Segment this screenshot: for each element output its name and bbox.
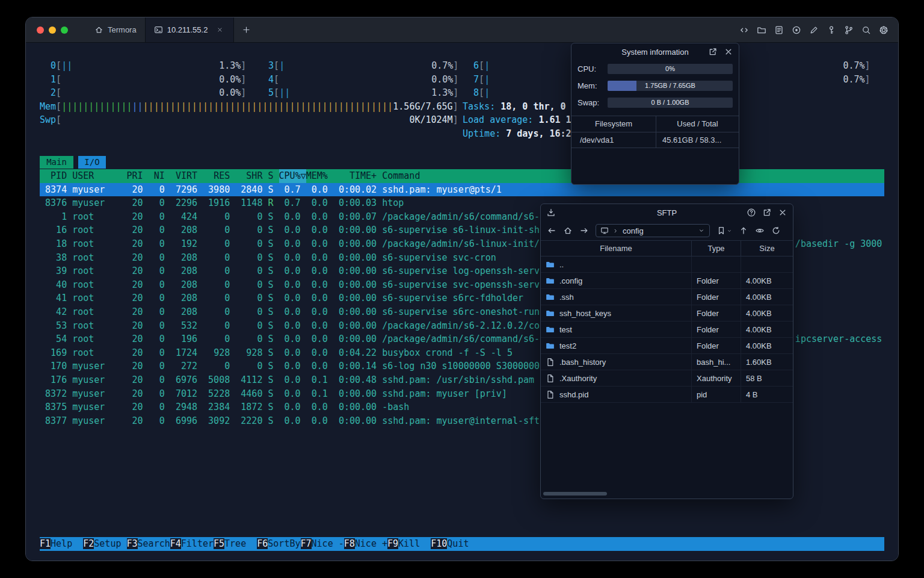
column-header-time[interactable]: TIME+ xyxy=(333,169,377,183)
file-type: bash_hi... xyxy=(692,354,741,370)
meter-label: CPU: xyxy=(578,64,608,73)
sftp-title-bar[interactable]: SFTP xyxy=(541,204,793,221)
close-icon[interactable] xyxy=(724,47,733,57)
cell-shr: 4112 xyxy=(235,373,262,387)
cell-user: myuser xyxy=(72,183,121,197)
file-row-test[interactable]: testFolder4.00KB xyxy=(541,322,793,338)
column-header-filename[interactable]: Filename xyxy=(541,241,692,256)
column-header-cpu[interactable]: CPU%▽ xyxy=(279,169,306,183)
process-table-header[interactable]: PIDUSERPRINIVIRTRESSHRSCPU%▽MEM%TIME+Com… xyxy=(40,169,884,183)
fkey-f9[interactable]: F9Kill xyxy=(387,538,431,549)
edit-icon[interactable] xyxy=(809,25,819,35)
file-row-test2[interactable]: test2Folder4.00KB xyxy=(541,338,793,354)
file-row-sshd-pid[interactable]: sshd.pidpid4 B xyxy=(541,387,793,403)
show-hidden-files-button[interactable] xyxy=(755,226,765,235)
home-button[interactable] xyxy=(563,226,573,235)
open-in-window-icon[interactable] xyxy=(762,208,772,217)
fkey-f4[interactable]: F4Filter xyxy=(170,538,214,549)
key-icon[interactable] xyxy=(827,25,836,35)
column-header-mem[interactable]: MEM% xyxy=(306,169,328,183)
horizontal-scrollbar[interactable] xyxy=(542,492,792,496)
fkey-f8[interactable]: F8Nice + xyxy=(344,538,387,549)
path-combobox[interactable]: config xyxy=(596,224,710,237)
cell-shr: 0 xyxy=(235,278,262,292)
close-icon[interactable] xyxy=(778,208,787,217)
cell-pri: 20 xyxy=(127,332,143,346)
file-row--ssh[interactable]: .sshFolder4.00KB xyxy=(541,289,793,305)
column-header-pri[interactable]: PRI xyxy=(127,169,143,183)
process-row-8374[interactable]: 8374myuser200729639802840S0.70.00:00.02s… xyxy=(40,183,884,197)
cell-virt: 192 xyxy=(170,237,197,251)
download-icon[interactable] xyxy=(546,208,556,217)
file-row--[interactable]: .. xyxy=(541,256,793,273)
cell-cmd: htop xyxy=(382,196,404,210)
system-information-title-bar[interactable]: System information xyxy=(571,43,739,60)
cell-res: 1916 xyxy=(203,196,230,210)
home-icon xyxy=(94,25,103,34)
column-header-pid[interactable]: PID xyxy=(40,169,67,183)
help-icon[interactable] xyxy=(747,208,756,217)
cell-ni: 0 xyxy=(149,291,165,305)
cell-mem: 0.0 xyxy=(306,332,328,346)
summary-line: Uptime: 7 days, 16:2 xyxy=(463,127,571,141)
tab-termora[interactable]: Termora xyxy=(86,17,145,42)
parent-directory-button[interactable] xyxy=(739,226,748,235)
tab-10-211-55-2[interactable]: 10.211.55.2 xyxy=(145,17,234,42)
minimize-button[interactable] xyxy=(49,26,56,34)
column-header-res[interactable]: RES xyxy=(203,169,230,183)
file-row--bash-history[interactable]: .bash_historybash_hi...1.60KB xyxy=(541,354,793,370)
cell-user: root xyxy=(72,346,121,360)
tab-close-icon[interactable] xyxy=(217,26,223,33)
column-header-ni[interactable]: NI xyxy=(149,169,165,183)
cell-s: S xyxy=(268,251,273,265)
forward-button[interactable] xyxy=(579,226,589,235)
cell-virt: 424 xyxy=(170,210,197,224)
file-row-ssh-host-keys[interactable]: ssh_host_keysFolder4.00KB xyxy=(541,305,793,322)
cell-pri: 20 xyxy=(127,414,143,428)
refresh-button[interactable] xyxy=(771,226,781,235)
fkey-f7[interactable]: F7Nice - xyxy=(301,538,344,549)
titlebar[interactable]: Termora10.211.55.2 xyxy=(26,17,898,43)
search-icon[interactable] xyxy=(861,25,871,35)
htop-tab-main[interactable]: Main xyxy=(40,156,73,169)
fkey-f3[interactable]: F3Search xyxy=(127,538,170,549)
fkey-f2[interactable]: F2Setup xyxy=(83,538,126,549)
zoom-button[interactable] xyxy=(61,26,68,34)
file-row--config[interactable]: .configFolder4.00KB xyxy=(541,273,793,289)
fkey-f6[interactable]: F6SortBy xyxy=(257,538,300,549)
column-header-s[interactable]: S xyxy=(268,169,273,183)
file-table-header[interactable]: FilenameTypeSize xyxy=(541,240,793,256)
file-row--xauthority[interactable]: .XauthorityXauthority58 B xyxy=(541,370,793,387)
cell-cmd-tail: ipcserver-access xyxy=(795,332,882,346)
htop-tab-i-o[interactable]: I/O xyxy=(78,156,106,169)
cell-virt: 1724 xyxy=(170,346,197,360)
terminal-icon xyxy=(154,25,163,34)
column-header-size[interactable]: Size xyxy=(741,241,793,256)
cell-shr: 0 xyxy=(235,223,262,237)
file-icon xyxy=(546,358,555,367)
fkey-f1[interactable]: F1Help xyxy=(40,538,83,549)
fkey-f5[interactable]: F5Tree xyxy=(214,538,257,549)
branch-icon[interactable] xyxy=(844,25,854,35)
termora-window: Termora10.211.55.2 0[||1.3%] 1[0.0%] 2[0… xyxy=(25,17,899,561)
back-button[interactable] xyxy=(547,226,556,235)
record-icon[interactable] xyxy=(792,25,801,35)
column-header-virt[interactable]: VIRT xyxy=(170,169,197,183)
close-button[interactable] xyxy=(37,26,44,34)
log-icon[interactable] xyxy=(774,25,784,35)
column-header-user[interactable]: USER xyxy=(72,169,121,183)
open-in-window-icon[interactable] xyxy=(708,47,718,57)
column-header-shr[interactable]: SHR xyxy=(235,169,262,183)
fkey-f10[interactable]: F10Quit xyxy=(431,538,479,549)
cell-virt: 532 xyxy=(170,319,197,333)
folder-icon[interactable] xyxy=(757,25,766,35)
new-tab-button[interactable] xyxy=(234,17,259,42)
bookmark-button[interactable] xyxy=(716,226,732,235)
scrollbar-thumb[interactable] xyxy=(543,492,607,496)
cell-cpu: 0.0 xyxy=(279,400,301,414)
cell-cmd: /package/admin/s6-linux-init/ xyxy=(382,237,540,251)
code-icon[interactable] xyxy=(739,25,749,35)
settings-icon[interactable] xyxy=(879,25,889,35)
path-dropdown-icon[interactable] xyxy=(698,227,705,234)
column-header-type[interactable]: Type xyxy=(692,241,741,256)
